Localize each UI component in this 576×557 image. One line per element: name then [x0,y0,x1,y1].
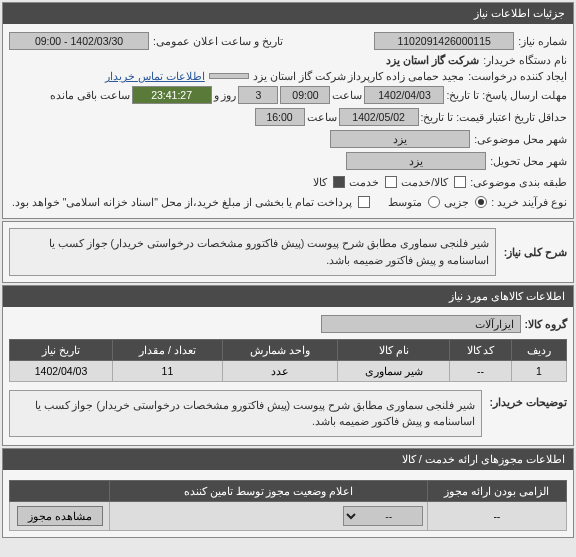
license-header: اطلاعات مجوزهای ارائه خدمت / کالا [3,449,573,470]
deadline-time-label: ساعت [332,89,362,101]
cell-date: 1402/04/03 [10,360,113,381]
class-label: طبقه بندی موضوعی: [470,176,567,188]
radio-icon [475,196,487,208]
view-license-button[interactable]: مشاهده مجوز [17,506,103,526]
buyer-org-value: شرکت گاز استان یزد [386,54,479,66]
buyer-org-label: نام دستگاه خریدار: [483,54,567,66]
need-no-field: 1102091426000115 [374,32,514,50]
cell-row: 1 [511,360,566,381]
table-row[interactable]: 1 -- شیر سماوری عدد 11 1402/04/03 [10,360,567,381]
group-value: ایزارآلات [321,315,521,333]
remain-label: ساعت باقی مانده [50,89,130,101]
th-name: نام کالا [338,339,450,360]
cell-qty: 11 [112,360,222,381]
treasury-check[interactable]: پرداخت تمام یا بخشی از مبلغ خرید،از محل … [12,194,370,210]
buyer-notes-label: توضیحات خریدار: [490,390,567,408]
cell-unit: عدد [222,360,337,381]
contact-gap [209,73,249,79]
days-field: 3 [238,86,278,104]
process-radio-2[interactable]: متوسط [388,194,440,210]
cell-code: -- [450,360,512,381]
cell-name: شیر سماوری [338,360,450,381]
class-opt-3[interactable]: کالا [313,174,345,190]
pub-datetime-label: تاریخ و ساعت اعلان عمومی: [153,35,283,47]
cell-required: -- [427,502,566,531]
class-opt-2[interactable]: خدمت [349,174,397,190]
process-radio-1[interactable]: جزیی [444,194,487,210]
deadline-label: مهلت ارسال پاسخ: تا تاریخ: [446,89,567,101]
deadline-date: 1402/04/03 [364,86,444,104]
checkbox-icon [333,176,345,188]
group-label: گروه کالا: [525,318,567,330]
validity-label: حداقل تاریخ اعتبار قیمت: تا تاریخ: [421,111,567,123]
th-qty: تعداد / مقدار [112,339,222,360]
items-header: اطلاعات کالاهای مورد نیاز [3,286,573,307]
subject-city-label: شهر محل موضوعی: [474,133,567,145]
status-select[interactable]: -- [343,506,423,526]
checkbox-icon [454,176,466,188]
class-opt-1[interactable]: کالا/خدمت [401,174,466,190]
delivery-city-label: شهر محل تحویل: [490,155,567,167]
license-panel: اطلاعات مجوزهای ارائه خدمت / کالا الزامی… [2,448,574,538]
license-table: الزامی بودن ارائه مجوز اعلام وضعیت مجوز … [9,480,567,531]
remain-field: 23:41:27 [132,86,212,104]
validity-time-label: ساعت [307,111,337,123]
need-no-label: شماره نیاز: [518,35,567,47]
buyer-notes-text: شیر فلنجی سماوری مطابق شرح پیوست (پیش فا… [9,390,482,438]
contact-link[interactable]: اطلاعات تماس خریدار [105,70,205,82]
days-label: روز و [214,89,237,101]
need-desc-label: شرح کلی نیاز: [504,246,567,258]
items-table: ردیف کد کالا نام کالا واحد شمارش تعداد /… [9,339,567,382]
th-status: اعلام وضعیت مجوز توسط تامین کننده [110,481,428,502]
th-action [10,481,110,502]
panel-header: جزئیات اطلاعات نیاز [3,3,573,24]
need-desc-panel: شرح کلی نیاز: شیر فلنجی سماوری مطابق شرح… [2,221,574,283]
th-code: کد کالا [450,339,512,360]
validity-time: 16:00 [255,108,305,126]
checkbox-icon [385,176,397,188]
requester-value: مجید حمامی زاده کارپرداز شرکت گاز استان … [253,70,464,82]
th-date: تاریخ نیاز [10,339,113,360]
delivery-city: یزد [346,152,486,170]
requester-label: ایجاد کننده درخواست: [468,70,567,82]
th-unit: واحد شمارش [222,339,337,360]
need-info-panel: جزئیات اطلاعات نیاز شماره نیاز: 11020914… [2,2,574,219]
checkbox-icon [358,196,370,208]
subject-city: یزد [330,130,470,148]
need-desc-text: شیر فلنجی سماوری مطابق شرح پیوست (پیش فا… [9,228,496,276]
radio-icon [428,196,440,208]
items-panel: اطلاعات کالاهای مورد نیاز گروه کالا: ایز… [2,285,574,447]
process-label: نوع فرآیند خرید : [491,196,567,208]
validity-date: 1402/05/02 [339,108,419,126]
th-required: الزامی بودن ارائه مجوز [427,481,566,502]
th-row: ردیف [511,339,566,360]
deadline-time: 09:00 [280,86,330,104]
table-row: -- -- مشاهده مجوز [10,502,567,531]
pub-datetime-field: 1402/03/30 - 09:00 [9,32,149,50]
